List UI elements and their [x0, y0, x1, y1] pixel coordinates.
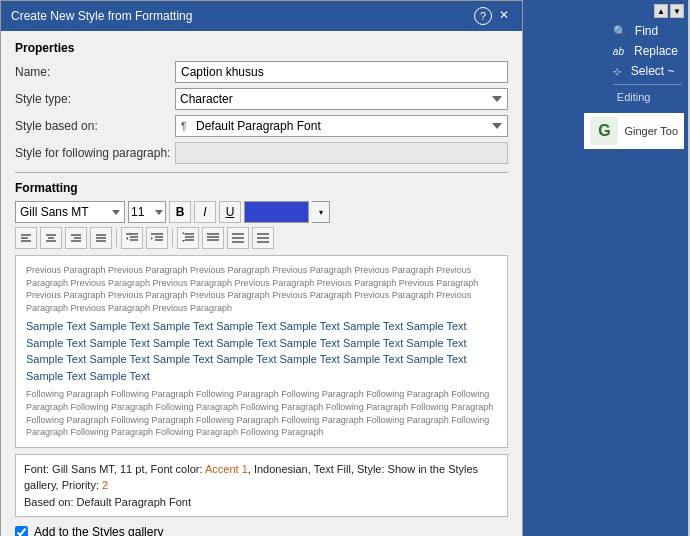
editing-label: Editing [613, 89, 682, 105]
style-based-row: Style based on: ¶ Default Paragraph Font [15, 115, 508, 137]
properties-label: Properties [15, 41, 508, 55]
follow-paragraph: Following Paragraph Following Paragraph … [26, 388, 497, 438]
paragraph-icon: ¶ [181, 121, 186, 132]
bold-button[interactable]: B [169, 201, 191, 223]
ginger-area: G Ginger Too [584, 113, 684, 149]
style-based-select[interactable]: Default Paragraph Font [175, 115, 508, 137]
style-based-label: Style based on: [15, 119, 175, 133]
separator2 [172, 229, 173, 247]
main-wrapper: Create New Style from Formatting ? ✕ Pro… [0, 0, 690, 536]
help-button[interactable]: ? [474, 7, 492, 25]
separator1 [116, 229, 117, 247]
side-panel: ▲ ▼ 🔍 Find ab Replace ⊹ Select ~ Editing… [523, 0, 688, 536]
font-name-select[interactable]: Gill Sans MT [15, 201, 125, 223]
italic-button[interactable]: I [194, 201, 216, 223]
title-bar-buttons: ? ✕ [474, 7, 512, 25]
name-input[interactable] [175, 61, 508, 83]
indent-increase-button[interactable] [146, 227, 168, 249]
style-type-select[interactable]: Character [175, 88, 508, 110]
font-color-dropdown[interactable]: ▾ [312, 201, 330, 223]
align-justify-button[interactable] [90, 227, 112, 249]
select-icon: ⊹ [613, 66, 621, 77]
close-button[interactable]: ✕ [496, 7, 512, 23]
style-type-row: Style type: Character [15, 88, 508, 110]
sample-text: Sample Text Sample Text Sample Text Samp… [26, 318, 497, 384]
editing-tools: 🔍 Find ab Replace ⊹ Select ~ Editing [607, 18, 688, 109]
style-following-label: Style for following paragraph: [15, 146, 175, 160]
font-color-button[interactable] [244, 201, 309, 223]
toolbar-row-1: Gill Sans MT 11 B I U ▾ [15, 201, 508, 223]
add-to-gallery-row: Add to the Styles gallery [15, 525, 508, 536]
font-size-select[interactable]: 11 [128, 201, 166, 223]
svg-marker-15 [126, 237, 128, 240]
svg-marker-19 [151, 237, 153, 240]
divider1 [15, 172, 508, 173]
style-based-select-wrapper: ¶ Default Paragraph Font [175, 115, 508, 137]
description-based-on: Default Paragraph Font [77, 496, 191, 508]
style-following-row: Style for following paragraph: [15, 142, 508, 164]
name-row: Name: [15, 61, 508, 83]
indent-decrease-button[interactable] [121, 227, 143, 249]
svg-marker-23 [182, 232, 185, 234]
title-bar: Create New Style from Formatting ? ✕ [1, 1, 522, 31]
align-left-button[interactable] [15, 227, 37, 249]
preview-area: Previous Paragraph Previous Paragraph Pr… [15, 255, 508, 448]
style-following-input [175, 142, 508, 164]
style-type-select-wrapper: Character [175, 88, 508, 110]
find-row: 🔍 Find [613, 22, 682, 40]
side-divider [613, 84, 682, 85]
dialog-title: Create New Style from Formatting [11, 9, 192, 23]
dialog-body: Properties Name: Style type: Character S… [1, 31, 522, 536]
ginger-label: Ginger Too [624, 125, 678, 137]
add-to-gallery-checkbox[interactable] [15, 526, 28, 536]
description-priority: 2 [102, 479, 108, 491]
create-style-dialog: Create New Style from Formatting ? ✕ Pro… [0, 0, 523, 536]
formatting-label: Formatting [15, 181, 508, 195]
style-type-label: Style type: [15, 92, 175, 106]
select-row: ⊹ Select ~ [613, 62, 682, 80]
scroll-down-button[interactable]: ▼ [670, 4, 684, 18]
description-line1-prefix: Font: Gill Sans MT, 11 pt, Font color: [24, 463, 205, 475]
find-button[interactable]: Find [631, 22, 662, 40]
find-icon: 🔍 [613, 25, 627, 38]
toolbar-row-2 [15, 227, 508, 249]
replace-icon: ab [613, 46, 624, 57]
formatting-section: Formatting Gill Sans MT 11 B I U ▾ [15, 181, 508, 249]
properties-section: Properties Name: Style type: Character S… [15, 41, 508, 164]
description-accent: Accent 1 [205, 463, 248, 475]
underline-button[interactable]: U [219, 201, 241, 223]
align-center-button[interactable] [40, 227, 62, 249]
align-right-button[interactable] [65, 227, 87, 249]
svg-marker-24 [182, 240, 185, 242]
scroll-up-button[interactable]: ▲ [654, 4, 668, 18]
paragraph-spacing-button[interactable] [202, 227, 224, 249]
replace-button[interactable]: Replace [630, 42, 682, 60]
line-spacing-button[interactable] [177, 227, 199, 249]
select-button[interactable]: Select ~ [627, 62, 679, 80]
name-label: Name: [15, 65, 175, 79]
add-to-gallery-label[interactable]: Add to the Styles gallery [34, 525, 163, 536]
description-line2-prefix: Based on: [24, 496, 77, 508]
decrease-indent-button[interactable] [227, 227, 249, 249]
increase-indent-button[interactable] [252, 227, 274, 249]
ginger-icon: G [590, 117, 618, 145]
scroll-buttons: ▲ ▼ [654, 0, 688, 18]
replace-row: ab Replace [613, 42, 682, 60]
description-area: Font: Gill Sans MT, 11 pt, Font color: A… [15, 454, 508, 518]
prev-paragraph: Previous Paragraph Previous Paragraph Pr… [26, 264, 497, 314]
